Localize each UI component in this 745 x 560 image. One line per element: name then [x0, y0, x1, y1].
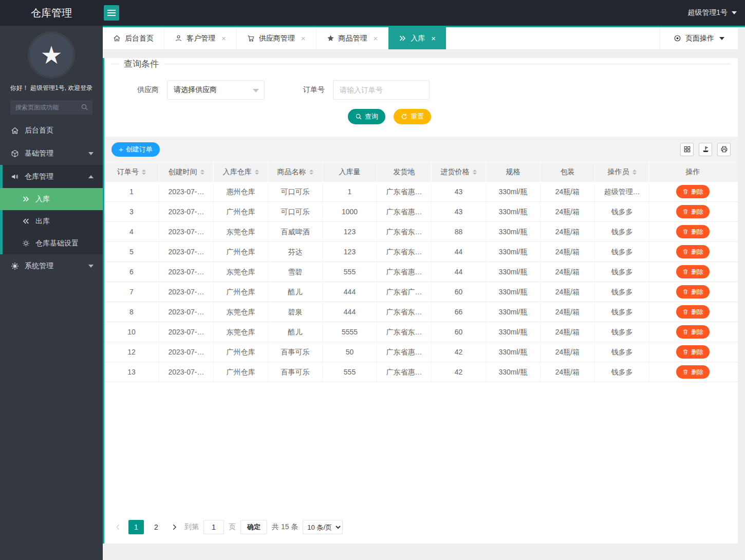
table-cell-actions: 删除 — [649, 222, 736, 241]
trash-icon — [682, 209, 688, 215]
chevrons-right-icon — [22, 195, 30, 203]
table-cell: 4 — [104, 222, 159, 241]
column-header[interactable]: 商品名称 — [268, 162, 323, 182]
goto-confirm-button[interactable]: 确定 — [240, 520, 267, 534]
column-header[interactable]: 订单号 — [104, 162, 159, 182]
page-operations-label: 页面操作 — [685, 34, 714, 43]
column-header[interactable]: 操作员 — [595, 162, 649, 182]
chevron-down-icon — [719, 37, 724, 40]
tab-products[interactable]: 商品管理 × — [316, 27, 389, 49]
delete-button[interactable]: 删除 — [676, 305, 710, 319]
search-button[interactable]: 查询 — [348, 109, 385, 124]
table-cell: 330ml/瓶 — [486, 222, 541, 241]
print-button[interactable] — [717, 143, 731, 156]
table-cell: 12 — [104, 342, 159, 362]
order-no-input[interactable] — [333, 80, 430, 100]
table-cell: 2023-07-… — [159, 182, 214, 201]
search-input[interactable] — [10, 100, 92, 115]
printer-icon — [720, 145, 728, 153]
delete-button[interactable]: 删除 — [676, 185, 710, 198]
table-cell: 24瓶/箱 — [541, 222, 595, 241]
column-header[interactable]: 创建时间 — [159, 162, 214, 182]
close-icon[interactable]: × — [221, 34, 226, 43]
trash-icon — [682, 369, 688, 375]
table-row: 62023-07-…东莞仓库雪碧555广东省惠…44330ml/瓶24瓶/箱钱多… — [104, 262, 738, 282]
columns-filter-button[interactable] — [680, 143, 694, 156]
sidebar-item-warehouse-settings[interactable]: 仓库基础设置 — [0, 232, 103, 254]
sidebar-item-system-mgmt[interactable]: 系统管理 — [0, 254, 103, 277]
star-avatar-icon: ★ — [40, 41, 62, 69]
table-cell-actions: 删除 — [649, 362, 736, 382]
prev-page-button[interactable] — [113, 520, 124, 534]
home-icon — [10, 126, 19, 135]
tab-suppliers[interactable]: 供应商管理 × — [237, 27, 316, 49]
table-cell: 444 — [323, 282, 377, 302]
delete-button[interactable]: 删除 — [676, 205, 710, 218]
page-number-button[interactable]: 2 — [148, 520, 164, 534]
table-cell: 3 — [104, 202, 159, 221]
table-cell: 2023-07-… — [159, 242, 214, 262]
table-cell: 5555 — [323, 322, 377, 342]
table-cell: 广州仓库 — [214, 342, 268, 362]
goto-page-input[interactable] — [203, 520, 224, 534]
export-button[interactable] — [699, 143, 712, 156]
goto-label: 到第 — [184, 522, 199, 532]
table-cell: 8 — [104, 302, 159, 322]
sidebar-item-inbound[interactable]: 入库 — [0, 188, 103, 210]
table-cell: 5 — [104, 242, 159, 262]
delete-button[interactable]: 删除 — [676, 245, 710, 258]
page-size-select[interactable]: 10 条/页 — [303, 520, 343, 534]
tab-inbound[interactable]: 入库 × — [388, 27, 446, 49]
sidebar-item-basic-mgmt[interactable]: 基础管理 — [0, 142, 103, 165]
column-header[interactable]: 进货价格 — [432, 162, 486, 182]
table-cell: 广州仓库 — [214, 282, 268, 302]
supplier-select[interactable]: 请选择供应商 — [167, 80, 265, 100]
reset-button-label: 重置 — [411, 112, 424, 121]
close-icon[interactable]: × — [431, 34, 436, 43]
table-cell-actions: 删除 — [649, 262, 736, 282]
table-row: 12023-07-…惠州仓库可口可乐1广东省惠…43330ml/瓶24瓶/箱超级… — [104, 182, 738, 202]
create-order-button[interactable]: + 创建订单 — [111, 142, 160, 157]
sidebar-item-dashboard[interactable]: 后台首页 — [0, 119, 103, 142]
reset-button[interactable]: 重置 — [394, 109, 431, 124]
table-cell: 24瓶/箱 — [541, 262, 595, 282]
hamburger-button[interactable] — [104, 5, 119, 21]
sort-icon[interactable] — [142, 170, 146, 175]
sort-icon[interactable] — [255, 170, 259, 175]
page-number-button[interactable]: 1 — [128, 520, 144, 534]
delete-button[interactable]: 删除 — [676, 325, 710, 339]
user-name: 超级管理1号 — [687, 8, 728, 17]
page-operations-menu[interactable]: 页面操作 — [660, 27, 738, 49]
tab-label: 入库 — [411, 34, 425, 43]
sort-icon[interactable] — [473, 170, 477, 175]
table-row: 52023-07-…广州仓库芬达123广东省东…44330ml/瓶24瓶/箱钱多… — [104, 242, 738, 262]
table-header-row: 订单号创建时间入库仓库商品名称入库量发货地进货价格规格包装操作员操作 — [104, 162, 738, 182]
trash-icon — [682, 189, 688, 195]
next-page-button[interactable] — [169, 520, 180, 534]
delete-button[interactable]: 删除 — [676, 265, 710, 278]
close-icon[interactable]: × — [301, 34, 306, 43]
delete-button[interactable]: 删除 — [676, 365, 710, 379]
sort-icon[interactable] — [309, 170, 313, 175]
column-label: 规格 — [506, 167, 520, 177]
table-cell: 24瓶/箱 — [541, 342, 595, 362]
delete-button[interactable]: 删除 — [676, 345, 710, 359]
delete-button[interactable]: 删除 — [676, 225, 710, 238]
tab-dashboard[interactable]: 后台首页 — [103, 27, 164, 49]
chevron-down-icon — [88, 152, 94, 155]
column-label: 进货价格 — [441, 167, 470, 177]
close-icon[interactable]: × — [374, 34, 378, 43]
sort-icon[interactable] — [632, 170, 637, 175]
table-cell: 60 — [432, 322, 486, 342]
table-cell: 钱多多 — [595, 302, 649, 322]
column-header[interactable]: 入库仓库 — [214, 162, 268, 182]
table-cell: 钱多多 — [595, 282, 649, 302]
sort-icon[interactable] — [200, 170, 204, 175]
column-header: 入库量 — [323, 162, 377, 182]
tab-customers[interactable]: 客户管理 × — [164, 27, 237, 49]
sidebar-item-warehouse-mgmt[interactable]: 仓库管理 — [0, 165, 103, 188]
user-menu[interactable]: 超级管理1号 — [687, 0, 737, 26]
table-cell: 42 — [432, 362, 486, 382]
delete-button[interactable]: 删除 — [676, 285, 710, 298]
sidebar-item-outbound[interactable]: 出库 — [0, 210, 103, 232]
